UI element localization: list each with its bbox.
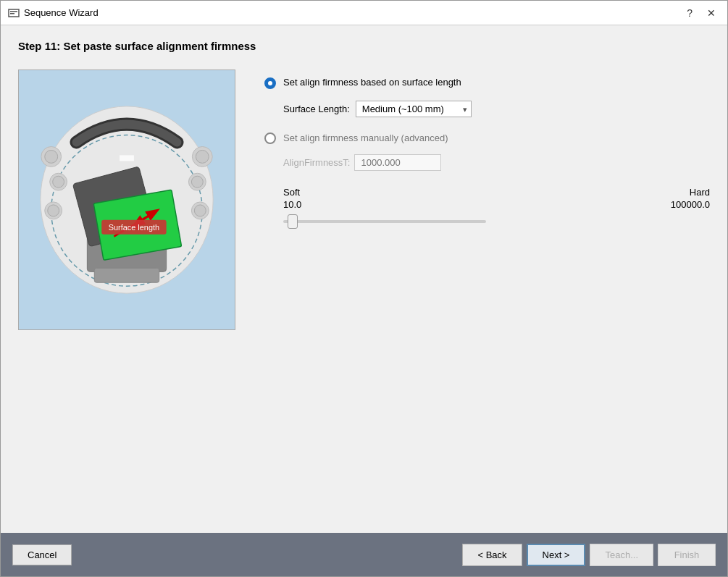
- title-bar-left: Sequence Wizard: [8, 7, 99, 19]
- footer-right: < Back Next > Teach... Finish: [462, 544, 716, 566]
- content-area: Step 11: Set paste surface alignment fir…: [1, 25, 727, 533]
- svg-point-24: [48, 205, 59, 216]
- surface-length-label: Surface Length:: [283, 104, 350, 114]
- slider-section: Soft Hard 10.0 100000.0: [283, 187, 710, 229]
- svg-text:Surface length: Surface length: [109, 223, 159, 232]
- option2-radio[interactable]: [264, 132, 276, 144]
- footer-left: Cancel: [12, 544, 72, 565]
- hard-value: 100000.0: [671, 199, 710, 210]
- options-panel: Set align firmness based on surface leng…: [264, 70, 710, 229]
- align-firmness-label: AlignFirmnessT:: [283, 157, 350, 168]
- option1-row: Set align firmness based on surface leng…: [264, 77, 710, 89]
- slider-thumb[interactable]: [288, 214, 298, 229]
- svg-point-22: [191, 176, 203, 188]
- next-button[interactable]: Next >: [527, 544, 586, 566]
- hard-label: Hard: [690, 187, 710, 198]
- slider-track: [283, 214, 486, 229]
- svg-rect-27: [120, 155, 134, 161]
- main-content: Surface length: [18, 70, 710, 518]
- teach-button[interactable]: Teach...: [590, 544, 653, 566]
- title-bar: Sequence Wizard ? ✕: [1, 1, 727, 25]
- close-button[interactable]: ✕: [703, 6, 720, 20]
- back-button[interactable]: < Back: [462, 544, 522, 566]
- svg-point-26: [194, 205, 206, 216]
- svg-point-20: [53, 176, 64, 188]
- footer: Cancel < Back Next > Teach... Finish: [1, 533, 727, 576]
- slider-bar: [283, 220, 486, 223]
- align-firmness-input[interactable]: [354, 154, 441, 171]
- help-button[interactable]: ?: [682, 6, 697, 20]
- title-bar-controls: ? ✕: [682, 6, 720, 20]
- surface-length-select-wrapper: Medium (~100 mm) Short (~50 mm) Long (~2…: [356, 101, 472, 117]
- option1-radio[interactable]: [264, 77, 276, 89]
- window-icon: [8, 7, 20, 19]
- svg-rect-7: [94, 268, 159, 282]
- slider-labels: Soft Hard: [283, 187, 710, 198]
- svg-point-18: [196, 150, 209, 163]
- cancel-button[interactable]: Cancel: [12, 544, 72, 565]
- finish-button[interactable]: Finish: [658, 544, 716, 566]
- step-title: Step 11: Set paste surface alignment fir…: [18, 40, 710, 52]
- svg-point-16: [45, 150, 58, 163]
- svg-rect-2: [10, 13, 14, 14]
- soft-label: Soft: [283, 187, 300, 198]
- align-firmness-row: AlignFirmnessT:: [283, 154, 710, 171]
- option2-row: Set align firmness manually (advanced): [264, 132, 710, 144]
- window-title: Sequence Wizard: [24, 7, 99, 18]
- surface-length-select[interactable]: Medium (~100 mm) Short (~50 mm) Long (~2…: [356, 101, 472, 117]
- surface-length-row: Surface Length: Medium (~100 mm) Short (…: [283, 101, 710, 117]
- main-window: Sequence Wizard ? ✕ Step 11: Set paste s…: [0, 0, 728, 577]
- slider-values: 10.0 100000.0: [283, 199, 710, 210]
- option1-label: Set align firmness based on surface leng…: [283, 77, 461, 88]
- diagram-panel: Surface length: [18, 70, 235, 330]
- soft-value: 10.0: [283, 199, 301, 210]
- option2-label: Set align firmness manually (advanced): [283, 132, 448, 143]
- svg-rect-1: [10, 11, 17, 12]
